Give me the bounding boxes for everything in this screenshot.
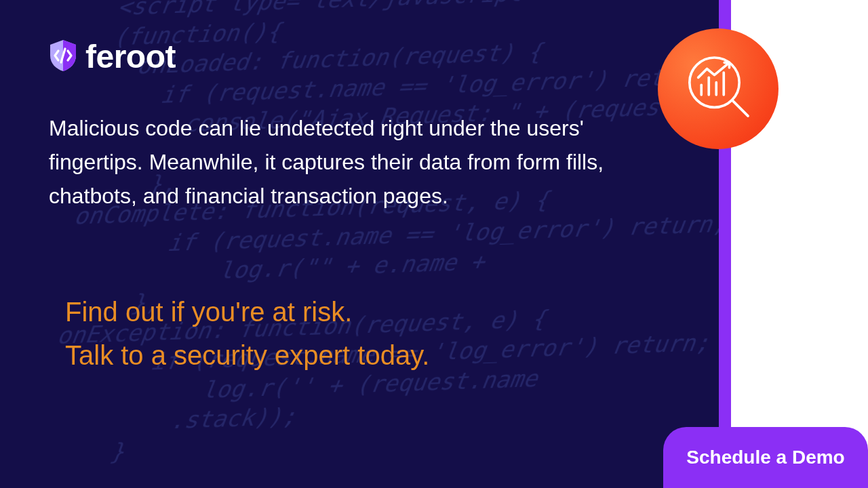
svg-point-1	[690, 58, 739, 107]
cta-line-2: Talk to a security expert today.	[65, 333, 429, 377]
svg-line-2	[733, 101, 748, 116]
brand-name: feroot	[85, 38, 176, 75]
cta-copy: Find out if you're at risk. Talk to a se…	[65, 290, 429, 377]
schedule-demo-button[interactable]: Schedule a Demo	[663, 427, 868, 488]
schedule-demo-label: Schedule a Demo	[686, 447, 844, 468]
brand-logo: feroot	[49, 38, 176, 75]
shield-code-icon	[49, 39, 77, 75]
cta-line-1: Find out if you're at risk.	[65, 290, 429, 333]
body-copy: Malicious code can lie undetected right …	[49, 111, 605, 213]
analytics-magnifier-icon	[681, 50, 755, 127]
analytics-badge	[658, 28, 778, 149]
hero-panel: <script type="text/javascript"> (functio…	[0, 0, 719, 488]
